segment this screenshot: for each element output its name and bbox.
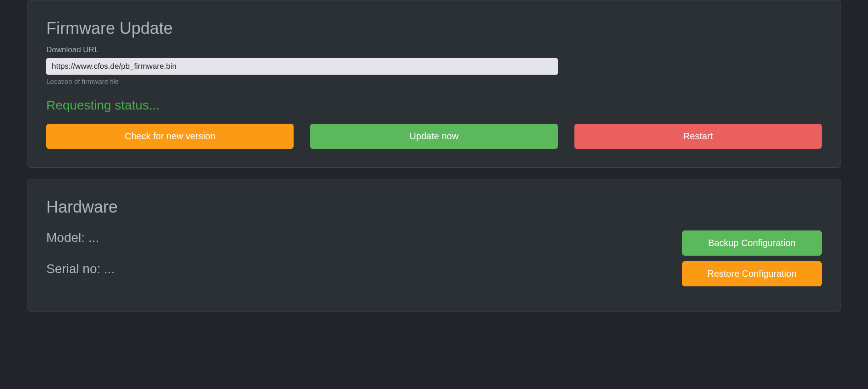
download-url-input[interactable] bbox=[46, 58, 558, 75]
firmware-update-card: Firmware Update Download URL Location of… bbox=[27, 0, 841, 168]
serial-label: Serial no: bbox=[46, 262, 104, 276]
firmware-button-row: Check for new version Update now Restart bbox=[46, 124, 822, 149]
hardware-title: Hardware bbox=[46, 197, 822, 217]
restore-config-button[interactable]: Restore Configuration bbox=[682, 261, 822, 286]
serial-value: ... bbox=[104, 262, 115, 276]
check-version-button[interactable]: Check for new version bbox=[46, 124, 294, 149]
firmware-status: Requesting status... bbox=[46, 98, 822, 113]
config-buttons: Backup Configuration Restore Configurati… bbox=[682, 230, 822, 286]
model-value: ... bbox=[88, 230, 99, 245]
firmware-title: Firmware Update bbox=[46, 19, 822, 38]
restart-button[interactable]: Restart bbox=[574, 124, 822, 149]
hardware-info: Model: ... Serial no: ... bbox=[46, 230, 682, 293]
hardware-row: Model: ... Serial no: ... Backup Configu… bbox=[46, 230, 822, 293]
hardware-card: Hardware Model: ... Serial no: ... Backu… bbox=[27, 179, 841, 312]
backup-config-button[interactable]: Backup Configuration bbox=[682, 230, 822, 256]
download-url-hint: Location of firmware file bbox=[46, 77, 822, 85]
serial-field: Serial no: ... bbox=[46, 262, 682, 276]
update-now-button[interactable]: Update now bbox=[310, 124, 557, 149]
download-url-label: Download URL bbox=[46, 45, 822, 55]
model-label: Model: bbox=[46, 230, 88, 245]
model-field: Model: ... bbox=[46, 230, 682, 245]
